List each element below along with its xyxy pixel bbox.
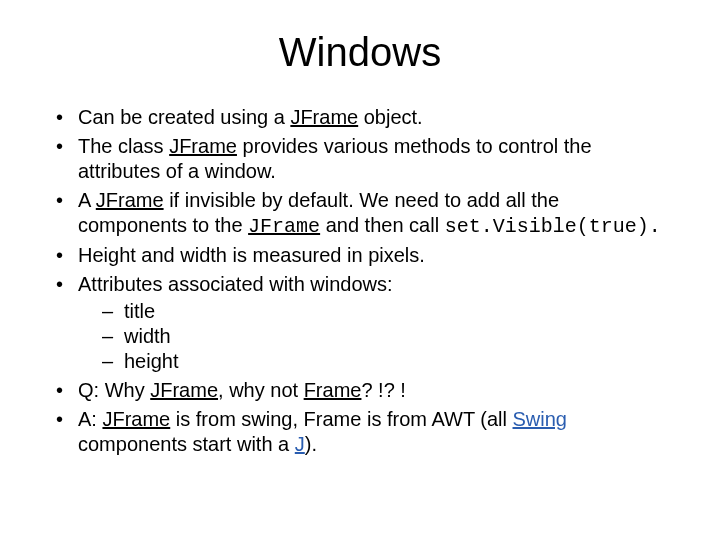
text: object. — [358, 106, 422, 128]
text: components start with a — [78, 433, 295, 455]
text: title — [124, 300, 155, 322]
class-name: JFrame — [290, 106, 358, 128]
bullet-item: Q: Why JFrame, why not Frame? !? ! — [50, 378, 670, 403]
text: A: — [78, 408, 102, 430]
class-name: JFrame — [150, 379, 218, 401]
text: and then call — [320, 214, 445, 236]
class-name: JFrame — [102, 408, 170, 430]
text: Height and width is measured in pixels. — [78, 244, 425, 266]
sub-item: height — [98, 349, 670, 374]
sub-item: title — [98, 299, 670, 324]
class-name: JFrame — [96, 189, 164, 211]
bullet-item: The class JFrame provides various method… — [50, 134, 670, 184]
text: ). — [305, 433, 317, 455]
text: The class — [78, 135, 169, 157]
slide: Windows Can be created using a JFrame ob… — [0, 0, 720, 540]
text: Q: Why — [78, 379, 150, 401]
text: A — [78, 189, 96, 211]
text: is from swing, Frame is from AWT (all — [170, 408, 512, 430]
bullet-item: A JFrame if invisible by default. We nee… — [50, 188, 670, 239]
text: , why not — [218, 379, 304, 401]
sub-list: title width height — [98, 299, 670, 374]
text: Can be created using a — [78, 106, 290, 128]
class-name: JFrame — [169, 135, 237, 157]
bullet-item: Height and width is measured in pixels. — [50, 243, 670, 268]
class-name: Frame — [304, 379, 362, 401]
bullet-list: Can be created using a JFrame object. Th… — [50, 105, 670, 457]
text: height — [124, 350, 179, 372]
text: ? !? ! — [361, 379, 405, 401]
bullet-item: Can be created using a JFrame object. — [50, 105, 670, 130]
sub-item: width — [98, 324, 670, 349]
link-text: Swing — [513, 408, 567, 430]
text: width — [124, 325, 171, 347]
text: Attributes associated with windows: — [78, 273, 393, 295]
bullet-item: A: JFrame is from swing, Frame is from A… — [50, 407, 670, 457]
slide-title: Windows — [50, 30, 670, 75]
code: set.Visible(true). — [445, 215, 661, 238]
link-text: J — [295, 433, 305, 455]
class-name-mono: JFrame — [248, 215, 320, 238]
bullet-item: Attributes associated with windows: titl… — [50, 272, 670, 374]
